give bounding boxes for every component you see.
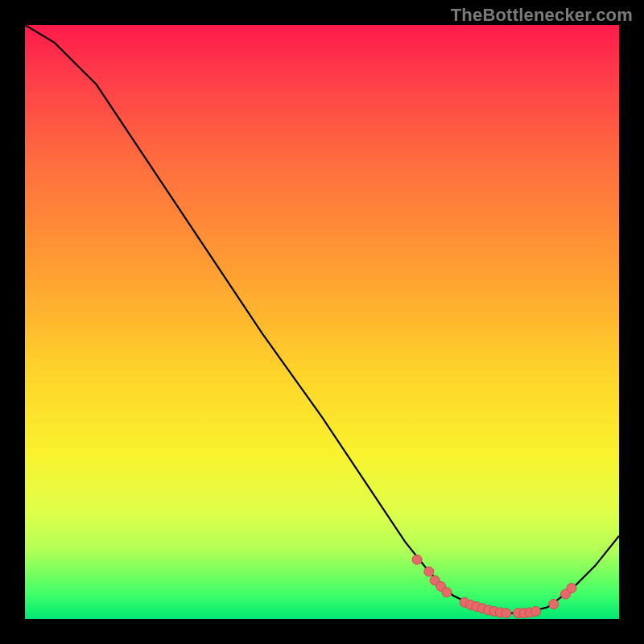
chart-frame: TheBottlenecker.com bbox=[0, 0, 644, 644]
watermark-label: TheBottlenecker.com bbox=[451, 5, 633, 26]
plot-gradient-background bbox=[25, 25, 619, 619]
